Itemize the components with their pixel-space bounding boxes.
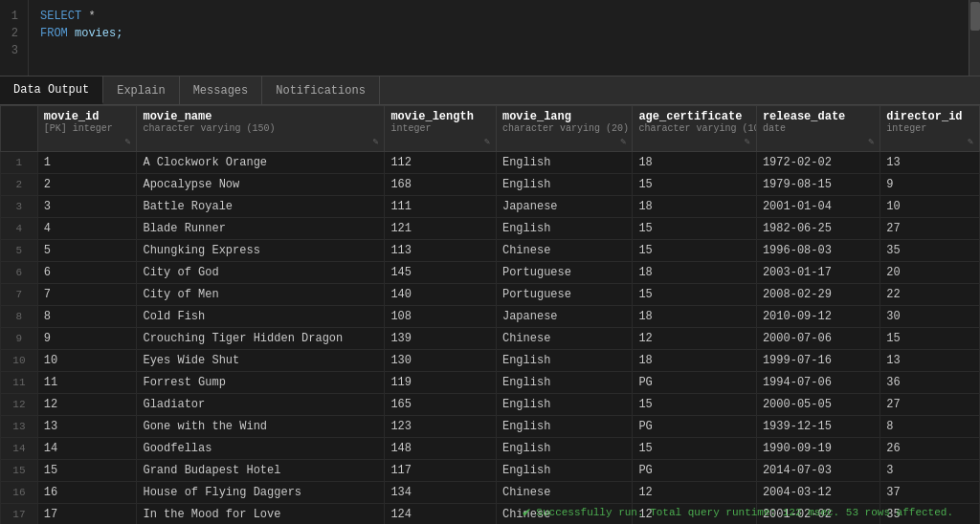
cell-age-cert: 15	[633, 438, 756, 460]
cell-movie-name: Goodfellas	[137, 438, 385, 460]
cell-movie-name: A Clockwork Orange	[137, 152, 385, 174]
cell-release-date: 1990-09-19	[756, 438, 880, 460]
cell-movie-length: 112	[385, 152, 497, 174]
data-table-container[interactable]: movie_id [PK] integer ✎ movie_name chara…	[0, 105, 980, 524]
edit-icon-movie-name[interactable]: ✎	[372, 136, 378, 147]
cell-movie-id: 4	[37, 218, 137, 240]
cell-age-cert: 15	[633, 284, 756, 306]
col-name-movie-length: movie_length	[390, 110, 490, 123]
cell-age-cert: PG	[633, 372, 756, 394]
cell-age-cert: 15	[633, 240, 756, 262]
cell-movie-lang: English	[496, 438, 632, 460]
cell-director-id: 13	[880, 152, 980, 174]
cell-movie-length: 145	[385, 262, 497, 284]
editor-scrollbar[interactable]	[969, 0, 980, 76]
cell-movie-id: 1	[37, 152, 137, 174]
edit-icon-release-date[interactable]: ✎	[868, 136, 874, 147]
edit-icon-movie-id[interactable]: ✎	[124, 136, 130, 147]
cell-movie-lang: Japanese	[496, 306, 632, 328]
tabs-bar: Data Output Explain Messages Notificatio…	[0, 76, 980, 105]
cell-release-date: 2003-01-17	[756, 262, 880, 284]
cell-rownum: 2	[1, 174, 38, 196]
cell-age-cert: 18	[633, 306, 756, 328]
col-header-movie-id[interactable]: movie_id [PK] integer ✎	[37, 106, 137, 152]
cell-movie-name: Blade Runner	[137, 218, 385, 240]
table-row[interactable]: 12 12 Gladiator 165 English 15 2000-05-0…	[1, 394, 980, 416]
table-row[interactable]: 1 1 A Clockwork Orange 112 English 18 19…	[1, 152, 980, 174]
cell-release-date: 1999-07-16	[756, 350, 880, 372]
cell-movie-id: 7	[37, 284, 137, 306]
edit-icon-age-cert[interactable]: ✎	[745, 136, 750, 147]
results-table: movie_id [PK] integer ✎ movie_name chara…	[0, 105, 980, 524]
line-numbers: 1 2 3	[0, 0, 29, 76]
tab-messages[interactable]: Messages	[180, 76, 263, 104]
table-row[interactable]: 3 3 Battle Royale 111 Japanese 18 2001-0…	[1, 196, 980, 218]
cell-movie-name: Grand Budapest Hotel	[137, 460, 385, 482]
cell-movie-length: 121	[385, 218, 497, 240]
cell-movie-name: Chungking Express	[137, 240, 385, 262]
table-row[interactable]: 6 6 City of God 145 Portuguese 18 2003-0…	[1, 262, 980, 284]
cell-movie-length: 124	[385, 504, 497, 525]
table-row[interactable]: 15 15 Grand Budapest Hotel 117 English P…	[1, 460, 980, 482]
cell-release-date: 1939-12-15	[756, 416, 880, 438]
table-row[interactable]: 13 13 Gone with the Wind 123 English PG …	[1, 416, 980, 438]
table-row[interactable]: 7 7 City of Men 140 Portuguese 15 2008-0…	[1, 284, 980, 306]
cell-director-id: 20	[880, 262, 980, 284]
col-header-movie-name[interactable]: movie_name character varying (150) ✎	[137, 106, 385, 152]
status-message: Successfully run. Total query runtime: 1…	[536, 507, 953, 518]
status-check-icon: ✔	[523, 504, 530, 520]
cell-rownum: 5	[1, 240, 38, 262]
cell-movie-name: In the Mood for Love	[137, 504, 385, 525]
cell-rownum: 7	[1, 284, 38, 306]
edit-icon-director-id[interactable]: ✎	[968, 136, 973, 147]
sql-star: *	[88, 10, 95, 23]
cell-movie-id: 9	[37, 328, 137, 350]
cell-rownum: 10	[1, 350, 38, 372]
cell-movie-length: 148	[385, 438, 497, 460]
col-header-release-date[interactable]: release_date date ✎	[756, 106, 880, 152]
table-row[interactable]: 9 9 Crouching Tiger Hidden Dragon 139 Ch…	[1, 328, 980, 350]
cell-movie-id: 12	[37, 394, 137, 416]
cell-release-date: 1994-07-06	[756, 372, 880, 394]
col-header-age-cert[interactable]: age_certificate character varying (10) ✎	[633, 106, 756, 152]
tab-notifications[interactable]: Notifications	[262, 76, 380, 104]
cell-director-id: 30	[880, 306, 980, 328]
edit-icon-movie-lang[interactable]: ✎	[620, 136, 626, 147]
cell-movie-name: Cold Fish	[137, 306, 385, 328]
tab-explain[interactable]: Explain	[103, 76, 179, 104]
cell-movie-length: 139	[385, 328, 497, 350]
cell-age-cert: 15	[633, 394, 756, 416]
table-row[interactable]: 2 2 Apocalypse Now 168 English 15 1979-0…	[1, 174, 980, 196]
cell-age-cert: PG	[633, 416, 756, 438]
sql-content[interactable]: SELECT * FROM movies;	[29, 0, 969, 76]
col-type-movie-length: integer	[390, 123, 490, 134]
cell-director-id: 9	[880, 174, 980, 196]
col-header-movie-length[interactable]: movie_length integer ✎	[385, 106, 497, 152]
cell-rownum: 4	[1, 218, 38, 240]
edit-icon-movie-length[interactable]: ✎	[484, 136, 490, 147]
cell-movie-length: 117	[385, 460, 497, 482]
table-row[interactable]: 8 8 Cold Fish 108 Japanese 18 2010-09-12…	[1, 306, 980, 328]
table-row[interactable]: 14 14 Goodfellas 148 English 15 1990-09-…	[1, 438, 980, 460]
table-row[interactable]: 10 10 Eyes Wide Shut 130 English 18 1999…	[1, 350, 980, 372]
cell-movie-length: 168	[385, 174, 497, 196]
cell-movie-id: 8	[37, 306, 137, 328]
table-row[interactable]: 4 4 Blade Runner 121 English 15 1982-06-…	[1, 218, 980, 240]
cell-age-cert: 18	[633, 350, 756, 372]
table-row[interactable]: 5 5 Chungking Express 113 Chinese 15 199…	[1, 240, 980, 262]
table-row[interactable]: 11 11 Forrest Gump 119 English PG 1994-0…	[1, 372, 980, 394]
cell-release-date: 1996-08-03	[756, 240, 880, 262]
tab-data-output[interactable]: Data Output	[0, 76, 103, 104]
cell-release-date: 2001-01-04	[756, 196, 880, 218]
col-header-director-id[interactable]: director_id integer ✎	[880, 106, 980, 152]
scrollbar-thumb[interactable]	[970, 2, 980, 31]
cell-movie-name: House of Flying Daggers	[137, 482, 385, 504]
cell-director-id: 26	[880, 438, 980, 460]
cell-movie-lang: English	[496, 460, 632, 482]
col-header-movie-lang[interactable]: movie_lang character varying (20) ✎	[496, 106, 632, 152]
cell-movie-length: 113	[385, 240, 497, 262]
cell-age-cert: 15	[633, 174, 756, 196]
cell-movie-lang: Japanese	[496, 196, 632, 218]
cell-release-date: 2010-09-12	[756, 306, 880, 328]
sql-editor[interactable]: 1 2 3 SELECT * FROM movies;	[0, 0, 980, 76]
